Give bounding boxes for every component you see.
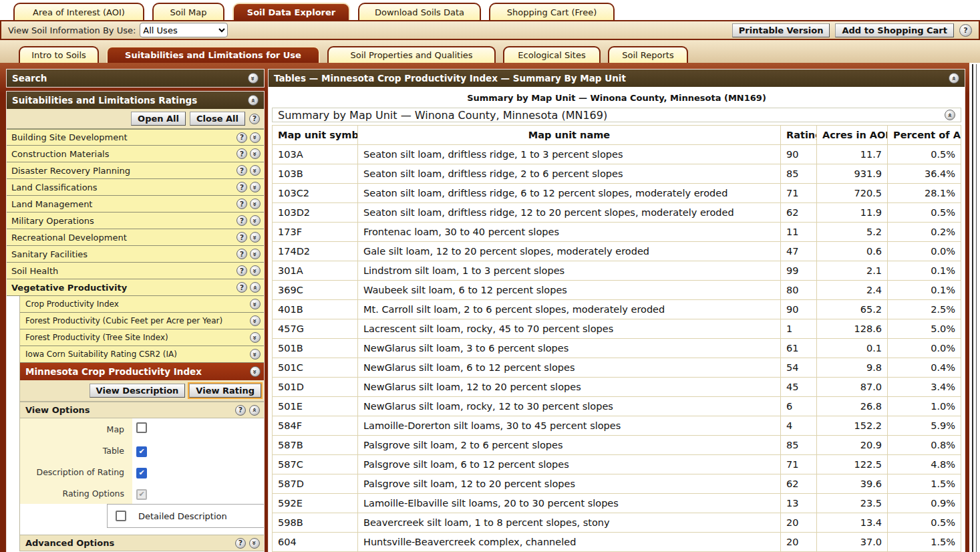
chevron-down-icon[interactable]: » [250, 249, 261, 259]
help-icon[interactable]: ? [236, 165, 247, 176]
table-header-row: Map unit symbolMap unit nameRatingAcres … [273, 126, 961, 145]
chevron-down-icon[interactable]: » [250, 332, 261, 343]
chevron-down-icon[interactable]: » [250, 232, 261, 243]
tab-soil-data-explorer[interactable]: Soil Data Explorer [232, 3, 350, 20]
ratings-panel-title: Suitabilities and Limitations Ratings [12, 95, 197, 106]
chevron-down-icon[interactable]: » [250, 198, 261, 209]
sidebar-item-land-classifications[interactable]: Land Classifications?» [7, 179, 264, 196]
close-all-button[interactable]: Close All [190, 112, 245, 126]
help-icon[interactable]: ? [249, 114, 260, 124]
chevron-down-icon[interactable]: » [248, 73, 259, 84]
chevron-up-icon[interactable]: » [949, 73, 959, 84]
map-checkbox[interactable] [136, 422, 147, 433]
sidebar-item-recreational-development[interactable]: Recreational Development?» [7, 229, 264, 246]
view-by-select[interactable]: All Uses [140, 23, 228, 37]
help-icon[interactable]: ? [236, 148, 247, 159]
sidebar-item-forest-productivity-cubic-feet-per-acre-per-year[interactable]: Forest Productivity (Cubic Feet per Acre… [20, 313, 264, 329]
chevron-down-icon[interactable]: » [250, 299, 261, 309]
sidebar-item-label: Forest Productivity (Tree Site Index) [25, 333, 247, 342]
add-to-shopping-cart-button[interactable]: Add to Shopping Cart [835, 23, 954, 37]
chevron-down-icon[interactable]: » [250, 349, 261, 360]
table-row: 301ALindstrom silt loam, 1 to 3 percent … [273, 261, 961, 281]
chevron-up-icon[interactable]: » [248, 95, 259, 106]
summary-section-title: Summary by Map Unit — Winona County, Min… [278, 109, 607, 122]
help-icon[interactable]: ? [235, 405, 246, 416]
ratings-panel-header[interactable]: Suitabilities and Limitations Ratings » [7, 92, 264, 109]
chevron-up-icon[interactable]: » [249, 405, 260, 416]
sidebar-item-minnesota-crop-productivity-index[interactable]: Minnesota Crop Productivity Index » [20, 363, 264, 380]
sidebar-item-construction-materials[interactable]: Construction Materials?» [7, 146, 264, 162]
view-option-label: Rating Options [20, 482, 132, 504]
view-description-button[interactable]: View Description [90, 384, 186, 398]
chevron-down-icon[interactable]: » [250, 148, 261, 159]
sidebar: Search » Suitabilities and Limitations R… [7, 70, 264, 552]
sidebar-item-building-site-development[interactable]: Building Site Development?» [7, 129, 264, 146]
chevron-down-icon[interactable]: » [250, 265, 261, 276]
help-icon[interactable]: ? [236, 215, 247, 226]
sidebar-item-iowa-corn-suitability-rating-csr2-ia[interactable]: Iowa Corn Suitability Rating CSR2 (IA)» [20, 346, 264, 363]
help-icon[interactable]: ? [959, 24, 972, 37]
tab-download-soils-data[interactable]: Download Soils Data [358, 3, 481, 20]
help-icon[interactable]: ? [236, 282, 247, 293]
chevron-up-icon[interactable]: » [945, 110, 955, 120]
help-icon[interactable]: ? [236, 198, 247, 209]
chevron-down-icon[interactable]: » [250, 215, 261, 226]
help-icon[interactable]: ? [236, 182, 247, 192]
column-header: Map unit name [358, 126, 781, 145]
help-icon[interactable]: ? [236, 249, 247, 259]
tab-soil-reports[interactable]: Soil Reports [608, 46, 688, 63]
advanced-options-header[interactable]: Advanced Options ? » [20, 535, 264, 551]
sidebar-item-crop-productivity-index[interactable]: Crop Productivity Index» [20, 296, 264, 313]
sidebar-item-disaster-recovery-planning[interactable]: Disaster Recovery Planning?» [7, 162, 264, 179]
sidebar-item-land-management[interactable]: Land Management?» [7, 196, 264, 213]
view-rating-button[interactable]: View Rating [189, 384, 261, 398]
chevron-down-icon[interactable]: » [250, 182, 261, 192]
table-row: 173FFrontenac loam, 30 to 40 percent slo… [273, 223, 961, 242]
tab-shopping-cart-free[interactable]: Shopping Cart (Free) [489, 3, 615, 20]
description-of-rating-checkbox[interactable]: ✔ [136, 468, 147, 478]
chevron-down-icon[interactable]: » [250, 366, 261, 377]
use-toolbar: View Soil Information By Use: All Uses P… [0, 20, 980, 40]
chevron-down-icon[interactable]: » [250, 315, 261, 326]
sidebar-item-label: Crop Productivity Index [25, 299, 247, 309]
table-row: 592ELamoille-Elbaville silt loams, 20 to… [273, 494, 961, 513]
tab-suitabilities-and-limitations-for-use[interactable]: Suitabilities and Limitations for Use [106, 46, 320, 63]
column-header: Percent of AOI [888, 126, 961, 145]
tab-soil-map[interactable]: Soil Map [152, 3, 224, 20]
tab-soil-properties-and-qualities[interactable]: Soil Properties and Qualities [327, 46, 496, 63]
view-by-label: View Soil Information By Use: [8, 25, 136, 35]
view-options-header[interactable]: View Options ? » [20, 402, 264, 418]
tables-header[interactable]: Tables — Minnesota Crop Productivity Ind… [269, 70, 965, 87]
map-unit-table-body: 103ASeaton silt loam, driftless ridge, 1… [273, 145, 961, 552]
sub-tab-bar: Intro to SoilsSuitabilities and Limitati… [0, 40, 980, 63]
sidebar-item-soil-health[interactable]: Soil Health?» [7, 263, 264, 279]
summary-section-header[interactable]: Summary by Map Unit — Winona County, Min… [272, 108, 961, 122]
table-row: 457GLacrescent silt loam, rocky, 45 to 7… [273, 319, 961, 339]
table-row: 401BMt. Carroll silt loam, 2 to 6 percen… [273, 300, 961, 319]
help-icon[interactable]: ? [235, 538, 246, 549]
chevron-down-icon[interactable]: » [250, 132, 261, 143]
chevron-up-icon[interactable]: » [250, 282, 261, 293]
table-row: 369CWaubeek silt loam, 6 to 12 percent s… [273, 281, 961, 300]
chevron-down-icon[interactable]: » [250, 165, 261, 176]
table-row: 501BNewGlarus silt loam, 3 to 6 percent … [273, 339, 961, 358]
sidebar-item-vegetative-productivity[interactable]: Vegetative Productivity?» [7, 279, 264, 296]
help-icon[interactable]: ? [236, 232, 247, 243]
table-row: 501ENewGlarus silt loam, rocky, 12 to 30… [273, 397, 961, 416]
chevron-down-icon[interactable]: » [249, 538, 260, 549]
rating-toolbar: View Description View Rating [20, 380, 264, 402]
printable-version-button[interactable]: Printable Version [732, 23, 830, 37]
tab-ecological-sites[interactable]: Ecological Sites [503, 46, 601, 63]
search-panel-header[interactable]: Search » [7, 70, 264, 87]
help-icon[interactable]: ? [236, 265, 247, 276]
sidebar-item-forest-productivity-tree-site-index[interactable]: Forest Productivity (Tree Site Index)» [20, 329, 264, 346]
table-checkbox[interactable]: ✔ [136, 446, 147, 457]
tab-intro-to-soils[interactable]: Intro to Soils [19, 46, 99, 63]
detailed-description-checkbox[interactable] [116, 511, 126, 521]
open-all-button[interactable]: Open All [131, 112, 186, 126]
help-icon[interactable]: ? [236, 132, 247, 143]
sidebar-item-military-operations[interactable]: Military Operations?» [7, 213, 264, 229]
sidebar-item-sanitary-facilities[interactable]: Sanitary Facilities?» [7, 246, 264, 263]
tab-area-of-interest-aoi[interactable]: Area of Interest (AOI) [13, 3, 144, 20]
search-panel-title: Search [12, 73, 47, 84]
